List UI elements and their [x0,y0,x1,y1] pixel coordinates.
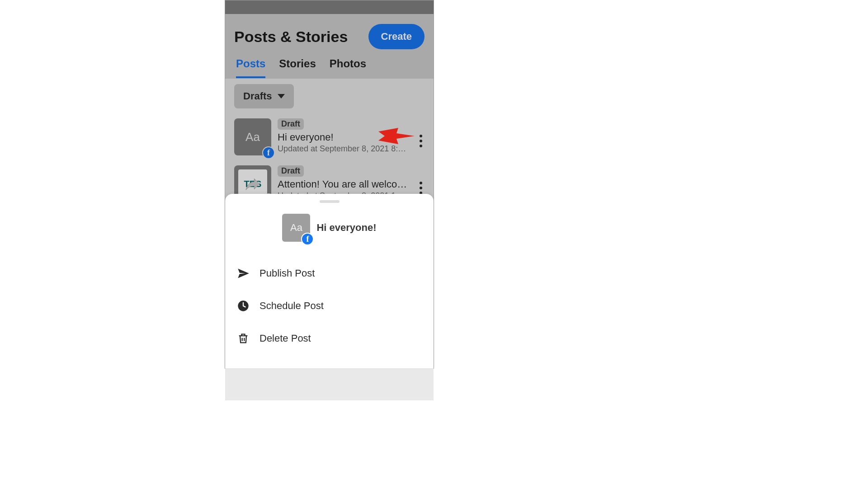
tabs: Posts Stories Photos [225,49,434,79]
action-label: Schedule Post [259,300,324,312]
sheet-thumbnail: Aa f [282,214,310,242]
draft-badge: Draft [278,118,304,130]
trash-icon [237,332,250,345]
clock-icon [237,300,250,312]
more-options-button[interactable] [415,118,426,155]
sheet-drag-handle[interactable] [320,200,340,203]
tab-stories[interactable]: Stories [279,57,316,78]
action-sheet: Aa f Hi everyone! Publish Post Schedule … [225,194,434,368]
share-overlay-icon [244,175,262,193]
action-label: Publish Post [259,267,315,279]
sheet-title: Hi everyone! [316,222,376,234]
filter-label: Drafts [243,90,272,102]
tab-photos[interactable]: Photos [330,57,366,78]
facebook-badge-icon: f [301,233,314,245]
svg-marker-0 [378,128,415,144]
page-title: Posts & Stories [234,28,348,46]
create-button[interactable]: Create [368,24,425,49]
phone-frame: Posts & Stories Create Posts Stories Pho… [225,0,434,369]
action-label: Delete Post [259,333,311,344]
tab-posts[interactable]: Posts [236,57,265,78]
paper-plane-icon [237,267,250,280]
status-bar [225,0,434,14]
draft-badge: Draft [278,165,304,177]
delete-post-action[interactable]: Delete Post [225,322,434,355]
thumb-text-icon: Aa [290,222,302,234]
draft-thumbnail: Aa f [234,118,271,155]
draft-title: Attention! You are all welcome to visit … [278,178,409,190]
thumb-text-icon: Aa [245,130,260,144]
publish-post-action[interactable]: Publish Post [225,257,434,290]
chevron-down-icon [278,94,285,99]
filter-drafts-dropdown[interactable]: Drafts [234,84,294,108]
sheet-header: Aa f Hi everyone! [225,214,434,242]
annotation-arrow [378,127,415,147]
schedule-post-action[interactable]: Schedule Post [225,290,434,322]
